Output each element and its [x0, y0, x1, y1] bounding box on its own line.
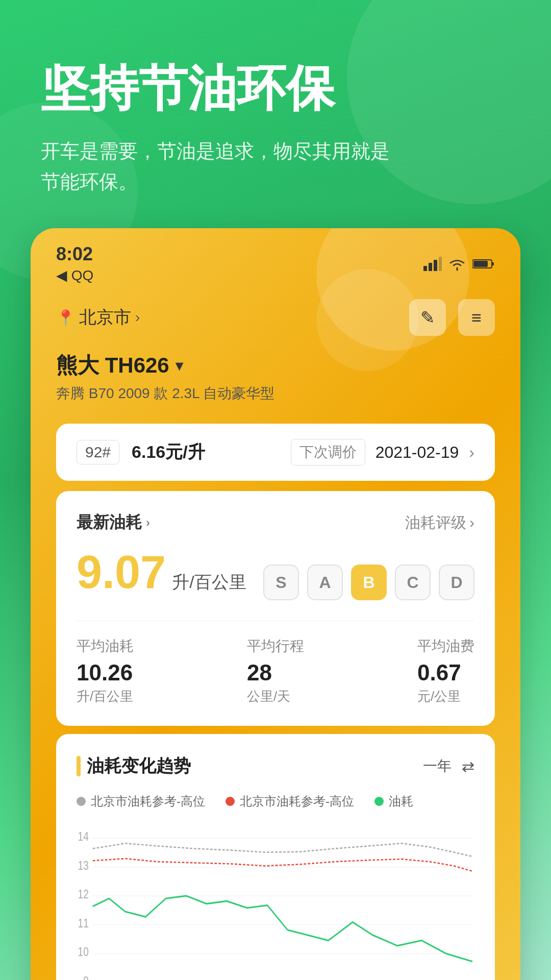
trend-title: 油耗变化趋势	[77, 754, 191, 778]
main-fuel-display: 9.07 升/百公里	[77, 549, 246, 595]
stat-avg-distance: 平均行程 28 公里/天	[247, 636, 304, 705]
svg-rect-1	[429, 263, 432, 271]
svg-rect-5	[492, 262, 494, 265]
stat-avg-consumption-unit: 升/百公里	[77, 688, 134, 705]
menu-icon: ≡	[471, 308, 482, 328]
phone-card-wrapper: 8:02 ◀ QQ	[0, 228, 551, 980]
location-chevron-icon: ›	[135, 309, 140, 326]
legend-item-green: 油耗	[374, 793, 413, 810]
consumption-title[interactable]: 最新油耗 ›	[77, 511, 150, 534]
consumption-card-header: 最新油耗 › 油耗评级 ›	[77, 511, 474, 534]
stat-avg-cost-label: 平均油费	[417, 636, 474, 656]
trend-legend: 北京市油耗参考-高位 北京市油耗参考-高位 油耗	[77, 793, 474, 810]
trend-period-button[interactable]: 一年	[423, 756, 452, 776]
rating-badge-C[interactable]: C	[395, 565, 431, 600]
fuel-consumption-value: 9.07	[77, 549, 166, 595]
stat-avg-consumption-value: 10.26	[77, 660, 134, 685]
stats-row: 平均油耗 10.26 升/百公里 平均行程 28 公里/天 平均油费 0.67 …	[77, 621, 474, 705]
next-price-date: 2021-02-19	[375, 443, 459, 462]
stat-avg-distance-unit: 公里/天	[247, 688, 304, 705]
stat-avg-cost-unit: 元/公里	[417, 688, 474, 705]
signal-icon	[423, 257, 442, 271]
fuel-right[interactable]: 下次调价 2021-02-19 ›	[291, 439, 474, 465]
rating-chevron-icon: ›	[469, 514, 474, 531]
trend-chart: 14 13 12 11 10 9	[77, 820, 474, 980]
fuel-price-card: 92# 6.16元/升 下次调价 2021-02-19 ›	[56, 424, 495, 481]
trend-title-text: 油耗变化趋势	[87, 754, 191, 778]
trend-card: 油耗变化趋势 一年 ⇄ 北京市油耗参考-高位 北京市油耗参考-高	[56, 734, 495, 980]
stat-avg-cost: 平均油费 0.67 元/公里	[417, 636, 474, 705]
fuel-consumption-unit: 升/百公里	[172, 571, 246, 594]
svg-text:9: 9	[83, 974, 89, 980]
action-icons: ✎ ≡	[409, 299, 495, 336]
rating-badge-A[interactable]: A	[307, 565, 343, 600]
rating-badge-S[interactable]: S	[263, 565, 299, 600]
rating-badges-row: S A B C D	[263, 565, 474, 600]
trend-filter-icon[interactable]: ⇄	[462, 757, 474, 775]
stat-avg-distance-label: 平均行程	[247, 636, 304, 656]
svg-rect-3	[439, 257, 442, 271]
page-background: 坚持节油环保 开车是需要，节油是追求，物尽其用就是节能环保。 8:02 ◀ QQ	[0, 0, 551, 980]
next-price-label: 下次调价	[291, 439, 365, 465]
rating-title-text: 油耗评级	[405, 512, 466, 533]
legend-item-gray: 北京市油耗参考-高位	[77, 793, 205, 810]
status-app: ◀ QQ	[56, 267, 93, 284]
rating-badge-D[interactable]: D	[439, 565, 474, 600]
svg-text:12: 12	[78, 887, 89, 901]
svg-rect-2	[434, 260, 437, 271]
legend-item-red: 北京市油耗参考-高位	[226, 793, 354, 810]
battery-icon	[472, 258, 495, 270]
car-info: 熊大 TH626 ▾ 奔腾 B70 2009 款 2.3L 自动豪华型	[31, 346, 520, 413]
green-chart-line	[93, 896, 472, 962]
location-display[interactable]: 📍 北京市 ›	[56, 306, 140, 329]
stat-avg-consumption-label: 平均油耗	[77, 636, 134, 656]
location-bar: 📍 北京市 › ✎ ≡	[31, 289, 520, 346]
car-name-row[interactable]: 熊大 TH626 ▾	[56, 351, 495, 380]
fuel-price-value: 6.16元/升	[132, 440, 205, 464]
legend-label-green: 油耗	[389, 793, 413, 810]
status-icons	[423, 257, 495, 271]
trend-controls: 一年 ⇄	[423, 756, 474, 776]
svg-text:14: 14	[78, 829, 89, 844]
location-pin-icon: 📍	[56, 309, 75, 327]
status-bar: 8:02 ◀ QQ	[31, 228, 520, 289]
consumption-title-text: 最新油耗	[77, 511, 142, 534]
rating-badge-B[interactable]: B	[351, 565, 387, 600]
main-title: 坚持节油环保	[41, 61, 510, 115]
svg-text:13: 13	[78, 859, 89, 873]
stat-avg-cost-value: 0.67	[417, 660, 474, 685]
consumption-title-chevron-icon: ›	[146, 516, 150, 530]
menu-button[interactable]: ≡	[458, 299, 495, 336]
legend-dot-gray	[77, 797, 86, 806]
status-time: 8:02	[56, 243, 93, 265]
fuel-grade-badge: 92#	[77, 440, 119, 464]
red-chart-line	[93, 859, 472, 871]
fuel-left: 92# 6.16元/升	[77, 440, 205, 464]
header-section: 坚持节油环保 开车是需要，节油是追求，物尽其用就是节能环保。	[0, 0, 551, 228]
gray-chart-line	[93, 843, 472, 856]
svg-rect-6	[473, 261, 488, 267]
edit-button[interactable]: ✎	[409, 299, 446, 336]
trend-bar-icon	[77, 756, 81, 776]
trend-header: 油耗变化趋势 一年 ⇄	[77, 754, 474, 778]
car-model-text: 奔腾 B70 2009 款 2.3L 自动豪华型	[56, 384, 495, 403]
wifi-icon	[448, 257, 466, 271]
legend-dot-green	[374, 797, 384, 806]
legend-label-gray: 北京市油耗参考-高位	[91, 793, 205, 810]
svg-text:10: 10	[78, 945, 89, 959]
svg-text:11: 11	[78, 916, 89, 930]
status-bar-left: 8:02 ◀ QQ	[56, 243, 93, 284]
stat-avg-consumption: 平均油耗 10.26 升/百公里	[77, 636, 134, 705]
rating-link[interactable]: 油耗评级 ›	[405, 512, 474, 533]
fuel-arrow-right-icon: ›	[469, 443, 474, 462]
trend-chart-svg: 14 13 12 11 10 9	[77, 820, 474, 980]
car-name-text: 熊大 TH626	[56, 351, 169, 380]
city-name: 北京市	[79, 306, 131, 329]
consumption-card: 最新油耗 › 油耗评级 › 9.07 升/百公里 S	[56, 491, 495, 726]
car-dropdown-icon: ▾	[176, 357, 183, 374]
edit-icon: ✎	[420, 307, 435, 328]
legend-dot-red	[226, 797, 235, 806]
svg-rect-0	[423, 266, 427, 271]
stat-avg-distance-value: 28	[247, 660, 304, 685]
phone-card: 8:02 ◀ QQ	[31, 228, 520, 980]
